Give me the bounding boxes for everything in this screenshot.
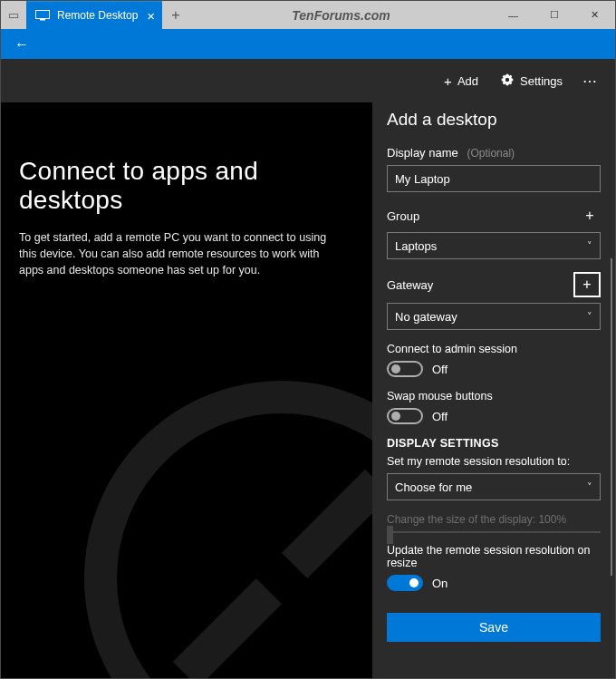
app-window: ▭ Remote Desktop × + TenForums.com — ☐ ✕… (0, 0, 616, 679)
display-settings-heading: DISPLAY SETTINGS (387, 437, 601, 450)
field-admin-session: Connect to admin session Off (387, 343, 601, 377)
back-button[interactable]: ← (1, 29, 43, 59)
app-icon: ▭ (1, 1, 26, 29)
gear-icon (500, 73, 515, 90)
chevron-down-icon: ˅ (587, 240, 592, 252)
update-resize-toggle[interactable] (387, 575, 423, 591)
field-gateway: Gateway + No gateway ˅ (387, 272, 601, 330)
svg-point-2 (101, 397, 372, 678)
admin-session-toggle[interactable] (387, 361, 423, 377)
background-graphic (82, 379, 372, 678)
display-size-label: Change the size of the display: 100% (387, 513, 601, 526)
group-label: Group (387, 209, 419, 223)
resolution-value: Choose for me (395, 480, 472, 494)
group-select[interactable]: Laptops ˅ (387, 232, 601, 259)
top-action-bar: + Add Settings ⋯ (1, 59, 615, 102)
close-tab-icon[interactable]: × (147, 8, 155, 24)
update-resize-label: Update the remote session resolution on … (387, 544, 601, 569)
tab-remote-desktop[interactable]: Remote Desktop × (26, 1, 162, 29)
swap-mouse-label: Swap mouse buttons (387, 390, 601, 403)
svg-rect-1 (40, 19, 45, 21)
monitor-icon (35, 8, 50, 23)
chevron-down-icon: ˅ (587, 311, 592, 323)
optional-label: (Optional) (467, 147, 515, 160)
add-gateway-button[interactable]: + (573, 272, 601, 297)
more-button[interactable]: ⋯ (575, 67, 606, 95)
settings-label: Settings (520, 74, 563, 88)
tab-title: Remote Desktop (57, 9, 140, 22)
scrollbar[interactable] (611, 258, 612, 576)
add-button[interactable]: + Add (435, 68, 487, 94)
add-group-button[interactable]: + (579, 205, 601, 227)
resolution-label: Set my remote session resolution to: (387, 455, 601, 468)
new-tab-button[interactable]: + (162, 1, 189, 29)
watermark: TenForums.com (189, 1, 493, 29)
swap-mouse-toggle[interactable] (387, 408, 423, 424)
page-heading: Connect to apps and desktops (19, 157, 354, 215)
admin-session-label: Connect to admin session (387, 343, 601, 355)
gateway-label: Gateway (387, 278, 433, 292)
display-name-label: Display name (387, 146, 458, 160)
update-resize-value: On (432, 577, 448, 590)
panel-title: Add a desktop (387, 110, 601, 130)
save-button[interactable]: Save (387, 613, 601, 642)
group-value: Laptops (395, 239, 437, 253)
svg-rect-0 (36, 11, 50, 19)
command-bar: ← (1, 29, 615, 59)
chevron-down-icon: ˅ (587, 481, 592, 493)
swap-mouse-value: Off (432, 410, 448, 423)
display-name-input[interactable] (387, 165, 601, 192)
svg-rect-3 (282, 470, 372, 578)
field-update-on-resize: Update the remote session resolution on … (387, 544, 601, 591)
titlebar: ▭ Remote Desktop × + TenForums.com — ☐ ✕ (1, 1, 615, 29)
admin-session-value: Off (432, 363, 448, 376)
field-group: Group + Laptops ˅ (387, 205, 601, 259)
field-display-name: Display name (Optional) (387, 146, 601, 192)
settings-button[interactable]: Settings (491, 67, 572, 95)
plus-icon: + (444, 73, 452, 89)
welcome-panel: Connect to apps and desktops To get star… (1, 59, 372, 678)
display-size-slider (387, 531, 601, 533)
gateway-value: No gateway (395, 310, 457, 324)
minimize-button[interactable]: — (493, 1, 534, 29)
gateway-select[interactable]: No gateway ˅ (387, 303, 601, 330)
maximize-button[interactable]: ☐ (534, 1, 574, 29)
page-description: To get started, add a remote PC you want… (19, 229, 345, 278)
add-desktop-panel: Add a desktop Display name (Optional) Gr… (372, 59, 615, 678)
window-controls: — ☐ ✕ (493, 1, 615, 29)
svg-rect-4 (173, 578, 282, 678)
slider-thumb (387, 526, 393, 544)
field-swap-mouse: Swap mouse buttons Off (387, 390, 601, 424)
add-label: Add (457, 74, 478, 88)
close-window-button[interactable]: ✕ (574, 1, 615, 29)
app-body: + Add Settings ⋯ Connect to apps and des… (1, 59, 615, 678)
resolution-select[interactable]: Choose for me ˅ (387, 473, 601, 500)
